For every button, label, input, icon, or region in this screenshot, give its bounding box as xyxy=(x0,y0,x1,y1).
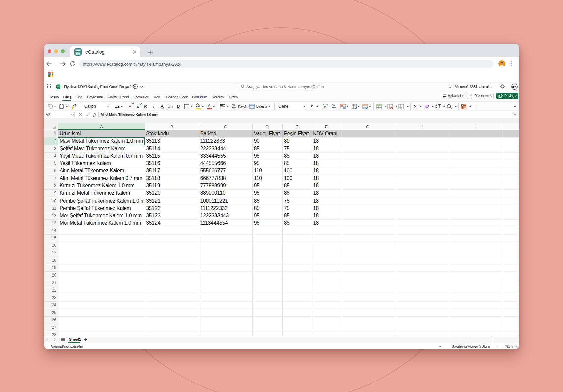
svg-text:Z: Z xyxy=(435,107,437,109)
svg-text:ab: ab xyxy=(232,104,235,107)
svg-text:.00: .00 xyxy=(323,106,327,109)
svg-text:.00: .00 xyxy=(331,104,335,107)
svg-text:0: 0 xyxy=(327,104,328,106)
